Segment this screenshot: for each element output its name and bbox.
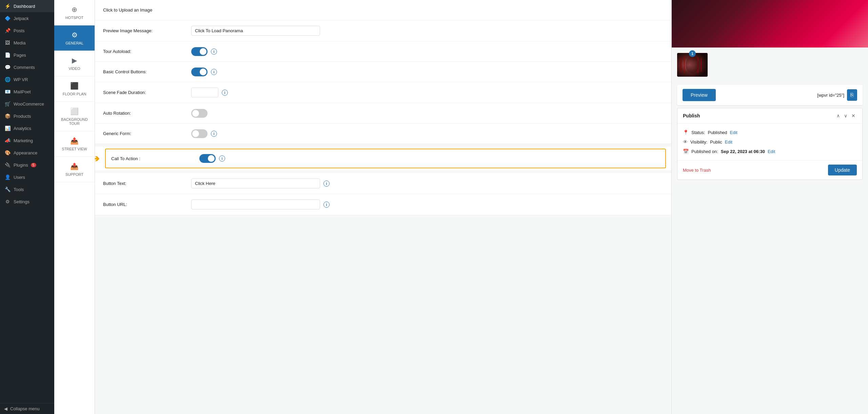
thumbnail-badge: 1 [689, 50, 696, 57]
street_view-tab-icon: 📤 [70, 137, 79, 145]
published-edit-link[interactable]: Edit [768, 149, 775, 154]
button-text-row: Button Text: i [95, 173, 671, 194]
sidebar-item-appearance[interactable]: 🎨 Appearance [0, 147, 54, 159]
auto-rotation-toggle[interactable] [191, 109, 208, 118]
plugins-icon: 🔌 [4, 162, 11, 168]
sidebar-item-jetpack[interactable]: 🔷 Jetpack [0, 12, 54, 24]
call-to-action-toggle[interactable] [199, 154, 216, 163]
status-value: Published [708, 130, 727, 135]
floor_plan-tab-icon: ⬛ [70, 82, 79, 90]
publish-body: 📍 Status: Published Edit 👁 Visibility: P… [677, 124, 862, 160]
update-button[interactable]: Update [828, 165, 857, 175]
sidebar-item-products[interactable]: 📦 Products [0, 110, 54, 122]
status-label: Status: [691, 130, 705, 135]
svg-point-5 [686, 56, 699, 73]
tab-background_tour[interactable]: ⬜ BACKGROUND TOUR [54, 102, 95, 131]
preview-image-message-input[interactable] [191, 26, 320, 36]
thumbnail-wrapper: 1 [677, 53, 708, 77]
scene-fade-duration-row: Scene Fade Duration: i [95, 82, 671, 103]
tab-general[interactable]: ⚙ GENERAL [54, 25, 95, 51]
sidebar-label-users: Users [14, 175, 25, 180]
button-url-info-icon[interactable]: i [323, 202, 330, 208]
general-tab-label: GENERAL [65, 41, 83, 45]
analytics-icon: 📊 [4, 125, 11, 132]
sidebar-item-analytics[interactable]: 📊 Analytics [0, 122, 54, 134]
visibility-label: Visibility: [690, 139, 707, 145]
support-tab-icon: 📤 [70, 162, 79, 170]
tab-hotspot[interactable]: ⊕ HOTSPOT [54, 0, 95, 25]
background_tour-tab-icon: ⬜ [70, 107, 79, 115]
sidebar-item-mailpoet[interactable]: 📧 MailPoet [0, 86, 54, 98]
tour-autoload-info-icon[interactable]: i [211, 49, 217, 55]
publish-box: Publish ∧ ∨ ✕ 📍 Status: Published Edit 👁 [677, 108, 863, 180]
sidebar-label-mailpoet: MailPoet [14, 89, 31, 94]
button-form-container: Button Text: i Button URL: i [95, 173, 671, 215]
move-to-trash-link[interactable]: Move to Trash [683, 168, 711, 173]
pages-icon: 📄 [4, 52, 11, 58]
generic-form-row: Generic Form: i [95, 124, 671, 144]
tab-video[interactable]: ▶ VIDEO [54, 51, 95, 76]
collapse-menu-button[interactable]: ◀Collapse menu [0, 403, 54, 414]
scene-fade-duration-info-icon[interactable]: i [222, 90, 228, 96]
publish-collapse-down-button[interactable]: ∨ [843, 112, 849, 119]
generic-form-info-icon[interactable]: i [211, 131, 217, 137]
preview-image-message-row: Preview Image Message: [95, 20, 671, 41]
sidebar-label-posts: Posts [14, 28, 25, 33]
scene-fade-duration-control: i [191, 88, 663, 97]
tools-icon: 🔧 [4, 186, 11, 193]
sidebar-label-settings: Settings [14, 199, 29, 204]
scene-fade-duration-label: Scene Fade Duration: [103, 90, 191, 95]
call-to-action-info-icon[interactable]: i [219, 155, 225, 162]
visibility-edit-link[interactable]: Edit [725, 139, 732, 145]
sidebar-item-wpvr[interactable]: 🌐 WP VR [0, 73, 54, 86]
basic-control-buttons-toggle[interactable] [191, 68, 208, 76]
publish-visibility-row: 👁 Visibility: Public Edit [683, 137, 857, 147]
sidebar-item-users[interactable]: 👤 Users [0, 171, 54, 183]
tab-floor_plan[interactable]: ⬛ FLOOR PLAN [54, 76, 95, 102]
tab-street_view[interactable]: 📤 STREET VIEW [54, 131, 95, 157]
call-to-action-control: i [199, 154, 660, 163]
video-tab-icon: ▶ [72, 56, 77, 64]
sidebar-item-tools[interactable]: 🔧 Tools [0, 183, 54, 195]
button-text-input[interactable] [191, 178, 320, 188]
hotspot-tab-label: HOTSPOT [65, 16, 83, 20]
sidebar-item-plugins[interactable]: 🔌 Plugins 5 [0, 159, 54, 171]
sidebar-label-wpvr: WP VR [14, 77, 28, 82]
copy-button[interactable]: ⎘ [847, 89, 857, 101]
tab-support[interactable]: 📤 SUPPORT [54, 157, 95, 182]
sidebar-item-dashboard[interactable]: ⚡ Dashboard [0, 0, 54, 12]
sidebar-label-media: Media [14, 40, 25, 45]
button-url-input[interactable] [191, 200, 320, 209]
preview-button[interactable]: Preview [683, 89, 716, 101]
tab-sidebar: ⊕ HOTSPOT ⚙ GENERAL ▶ VIDEO ⬛ FLOOR PLAN… [54, 0, 95, 414]
auto-rotation-control [191, 109, 663, 118]
sidebar-item-pages[interactable]: 📄 Pages [0, 49, 54, 61]
sidebar-label-tools: Tools [14, 187, 24, 192]
publish-close-button[interactable]: ✕ [850, 112, 857, 119]
basic-control-buttons-info-icon[interactable]: i [211, 69, 217, 75]
call-to-action-section: ➔ Call To Action : i [95, 147, 671, 170]
sidebar-item-marketing[interactable]: 📣 Marketing [0, 134, 54, 147]
tour-autoload-toggle[interactable] [191, 47, 208, 56]
sidebar-label-jetpack: Jetpack [14, 16, 29, 21]
calendar-icon: 📅 [683, 149, 689, 154]
sidebar-item-comments[interactable]: 💬 Comments [0, 61, 54, 73]
status-edit-link[interactable]: Edit [730, 130, 737, 135]
button-text-info-icon[interactable]: i [323, 181, 330, 187]
sidebar-item-media[interactable]: 🖼 Media [0, 37, 54, 49]
generic-form-label: Generic Form: [103, 131, 191, 136]
settings-icon: ⚙ [4, 198, 11, 205]
scene-fade-duration-input[interactable] [191, 88, 218, 97]
hotspot-tab-icon: ⊕ [72, 5, 77, 14]
sidebar-item-settings[interactable]: ⚙ Settings [0, 195, 54, 208]
button-url-row: Button URL: i [95, 194, 671, 215]
auto-rotation-row: Auto Rotation: [95, 103, 671, 124]
publish-title: Publish [683, 113, 700, 118]
tour-autoload-label: Tour Autoload: [103, 49, 191, 54]
sidebar-label-products: Products [14, 114, 31, 119]
sidebar-item-woocommerce[interactable]: 🛒 WooCommerce [0, 98, 54, 110]
publish-collapse-up-button[interactable]: ∧ [835, 112, 841, 119]
generic-form-toggle[interactable] [191, 129, 208, 138]
tour-autoload-row: Tour Autoload: i [95, 41, 671, 62]
sidebar-item-posts[interactable]: 📌 Posts [0, 24, 54, 37]
